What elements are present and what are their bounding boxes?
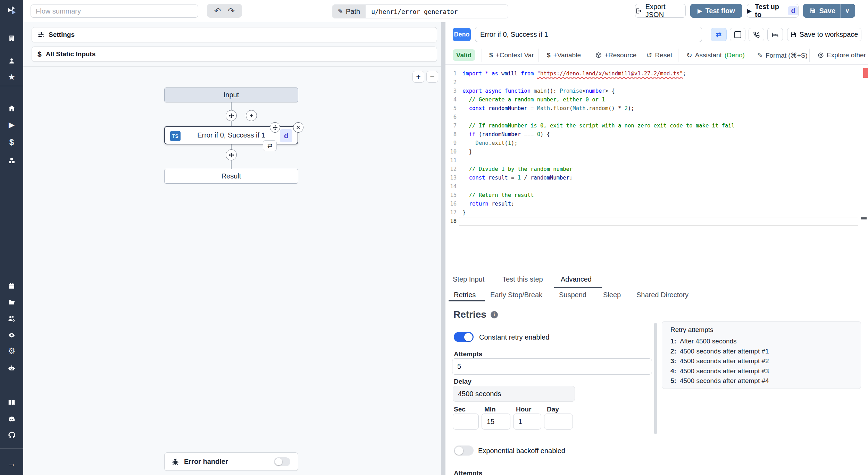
format-button[interactable]: ✎Format (⌘+S): [757, 49, 808, 61]
tabs-bottom-border: [445, 288, 868, 288]
tab-step-input[interactable]: Step Input: [453, 275, 484, 283]
book-icon[interactable]: [0, 397, 23, 408]
add-context-var-button[interactable]: $+Context Var: [489, 49, 534, 61]
calendar-icon[interactable]: [0, 280, 23, 292]
toolbar-separator: [638, 49, 638, 62]
typescript-badge: TS: [170, 131, 181, 141]
all-static-inputs-row[interactable]: $ All Static Inputs: [32, 47, 437, 62]
save-icon: [791, 32, 796, 38]
tab-shared-directory[interactable]: Shared Directory: [636, 291, 688, 299]
play-icon[interactable]: ▶: [0, 119, 23, 131]
trigger-bolt-button[interactable]: [246, 110, 257, 121]
export-icon: [635, 8, 642, 14]
flow-summary-input[interactable]: [31, 5, 198, 18]
tab-suspend[interactable]: Suspend: [559, 291, 586, 299]
users-cog-icon[interactable]: [0, 312, 23, 324]
path-value[interactable]: u/henri/error_generator: [366, 5, 463, 18]
bot-icon[interactable]: [0, 362, 23, 374]
flow-result-node[interactable]: Result: [164, 169, 298, 184]
suspend-button[interactable]: [749, 28, 764, 41]
sec-input[interactable]: [453, 414, 479, 430]
assistant-button[interactable]: ↻Assistant(Deno): [686, 49, 745, 61]
pen-icon: ✎: [757, 51, 763, 59]
retry-attempt-row: 3:4500 seconds after attempt #2: [670, 356, 861, 366]
test-flow-button[interactable]: ▶ Test flow: [690, 4, 742, 18]
day-input[interactable]: [544, 414, 573, 430]
user-icon[interactable]: [0, 55, 23, 67]
move-step-handle[interactable]: [270, 122, 280, 133]
zoom-out-button[interactable]: −: [426, 71, 438, 83]
code-line: 15 // Return the result: [445, 191, 859, 200]
zoom-in-button[interactable]: +: [412, 71, 424, 83]
min-input[interactable]: [482, 414, 510, 430]
tab-sleep[interactable]: Sleep: [603, 291, 621, 299]
delay-input[interactable]: [453, 386, 575, 402]
retry-indicator-button[interactable]: ⇄: [263, 140, 277, 151]
info-icon[interactable]: i: [491, 311, 498, 318]
code-line: 16 return result;: [445, 200, 859, 208]
exponential-backoff-label: Exponential backoff enabled: [478, 447, 565, 455]
attempts2-label: Attempts: [454, 469, 482, 475]
step-label: Error if 0, Success if 1: [197, 131, 265, 139]
eye-icon[interactable]: [0, 329, 23, 341]
retry-attempts-list: 1:After 4500 seconds2:4500 seconds after…: [670, 336, 861, 386]
windmill-logo-icon[interactable]: [0, 5, 23, 16]
attempts-label: Attempts: [454, 350, 482, 358]
code-line: 12 // Divide 1 by the random number: [445, 165, 859, 174]
save-to-workspace-button[interactable]: Save to workspace: [787, 28, 861, 41]
advanced-scrollbar[interactable]: [654, 323, 657, 434]
github-icon[interactable]: [0, 429, 23, 441]
explore-hub-button[interactable]: Explore other s: [818, 49, 868, 61]
test-up-to-button[interactable]: ▶ Test up to d: [747, 4, 799, 18]
redo-icon[interactable]: ↷: [228, 6, 235, 16]
stop-after-if-button[interactable]: [730, 28, 745, 41]
dollar-icon[interactable]: $: [0, 136, 23, 148]
tab-test-this-step[interactable]: Test this step: [502, 275, 543, 283]
flow-input-node[interactable]: Input: [164, 88, 298, 102]
toolbar-separator: [678, 49, 678, 62]
add-step-button[interactable]: [226, 110, 237, 121]
export-json-button[interactable]: Export JSON: [635, 4, 686, 18]
tab-early-stop-break[interactable]: Early Stop/Break: [490, 291, 542, 299]
step-summary-input[interactable]: [475, 27, 702, 42]
code-line: 7 // If randomNumber is 0, exit the scri…: [445, 122, 859, 130]
folder-icon[interactable]: [0, 296, 23, 308]
sleep-button[interactable]: [767, 28, 783, 41]
discord-icon[interactable]: [0, 413, 23, 425]
toolbar-separator: [749, 49, 749, 62]
panel-splitter[interactable]: [441, 22, 445, 475]
undo-icon[interactable]: ↶: [214, 6, 221, 16]
building-icon[interactable]: [0, 32, 23, 44]
gear-icon[interactable]: ⚙: [0, 345, 23, 357]
expand-arrow-icon[interactable]: →: [0, 458, 23, 469]
constant-retry-toggle[interactable]: [454, 332, 474, 342]
add-step-button[interactable]: [226, 149, 237, 160]
add-resource-button[interactable]: +Resource: [595, 49, 636, 61]
code-line: 8 if (randomNumber === 0) {: [445, 130, 859, 139]
add-variable-button[interactable]: $+Variable: [547, 49, 581, 61]
attempts-input[interactable]: [452, 358, 652, 375]
delete-step-button[interactable]: [293, 122, 303, 133]
star-icon[interactable]: ★: [0, 71, 23, 83]
retry-settings-button[interactable]: ⇄: [711, 28, 727, 41]
toolbar-separator: [587, 49, 587, 62]
code-line: 5 const randomNumber = Math.floor(Math.r…: [445, 104, 859, 113]
deno-badge[interactable]: Deno: [453, 28, 471, 41]
hour-input[interactable]: [513, 414, 541, 430]
toolbar-divider: [445, 64, 868, 65]
tab-advanced[interactable]: Advanced: [561, 275, 592, 283]
save-dropdown-chevron[interactable]: ∨: [841, 7, 854, 15]
error-handler-node[interactable]: Error handler: [164, 452, 298, 471]
error-handler-toggle[interactable]: [274, 457, 290, 466]
bolt-icon: [249, 113, 254, 118]
settings-row[interactable]: Settings: [32, 27, 437, 42]
cubes-icon[interactable]: [0, 155, 23, 166]
save-button[interactable]: Save ∨: [803, 4, 855, 18]
reset-button[interactable]: ↺Reset: [646, 49, 672, 61]
code-line: 1import * as wmill from "https://deno.la…: [445, 69, 859, 78]
bug-icon: [172, 458, 179, 466]
home-icon[interactable]: [0, 102, 23, 114]
exponential-backoff-toggle[interactable]: [454, 445, 474, 456]
tab-retries[interactable]: Retries: [454, 291, 476, 299]
code-editor[interactable]: 1import * as wmill from "https://deno.la…: [445, 69, 859, 269]
